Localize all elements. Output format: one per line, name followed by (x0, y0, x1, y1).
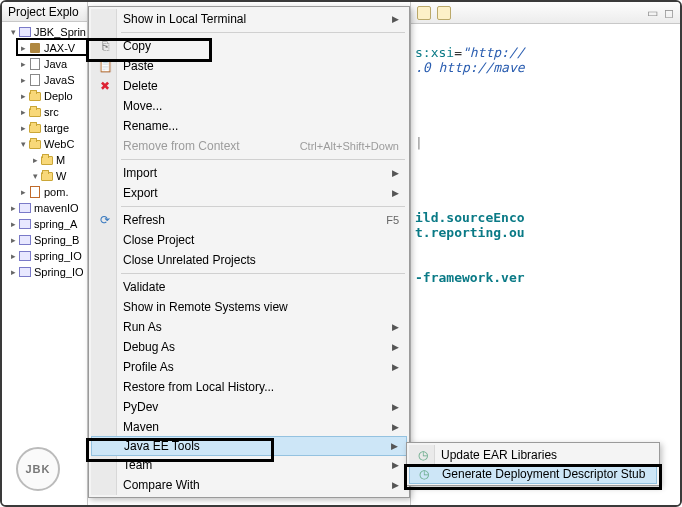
menu-item-label: Profile As (123, 360, 384, 374)
menu-item-run-as[interactable]: Run As▶ (91, 317, 407, 337)
tree-item[interactable]: ▸JavaS (2, 72, 87, 88)
expand-icon: ▸ (18, 59, 28, 69)
tree-label: spring_IO (34, 250, 82, 262)
menu-item-refresh[interactable]: ⟳RefreshF5 (91, 210, 407, 230)
menu-separator (121, 159, 405, 160)
expand-icon: ▸ (8, 251, 18, 261)
expand-icon: ▸ (8, 235, 18, 245)
submenu-item-update-ear-libraries[interactable]: ◷Update EAR Libraries (409, 445, 657, 465)
tree-label: Spring_IO (34, 266, 84, 278)
toolbar-button-icon[interactable] (417, 6, 431, 20)
proj-icon (18, 265, 32, 279)
tree-item[interactable]: ▸mavenIO (2, 200, 87, 216)
menu-item-team[interactable]: Team▶ (91, 455, 407, 475)
expand-icon: ▸ (30, 155, 40, 165)
expand-icon: ▸ (8, 267, 18, 277)
proj-icon (18, 233, 32, 247)
folder-icon (40, 153, 54, 167)
menu-item-rename[interactable]: Rename... (91, 116, 407, 136)
submenu-arrow-icon: ▶ (392, 168, 399, 178)
menu-item-paste[interactable]: 📋Paste (91, 56, 407, 76)
menu-item-delete[interactable]: ✖Delete (91, 76, 407, 96)
minimize-icon[interactable]: ▭ (647, 6, 658, 20)
tree-label: JAX-V (44, 42, 75, 54)
proj-icon (18, 217, 32, 231)
tree-item[interactable]: ▸JAX-V (2, 40, 87, 56)
submenu-item-label: Generate Deployment Descriptor Stub (442, 467, 648, 481)
menu-item-label: Rename... (123, 119, 399, 133)
action-icon: ◷ (416, 466, 432, 482)
tree-label: M (56, 154, 65, 166)
submenu-arrow-icon: ▶ (392, 460, 399, 470)
tree-item[interactable]: ▸src (2, 104, 87, 120)
menu-item-label: Remove from Context (123, 139, 300, 153)
menu-item-java-ee-tools[interactable]: Java EE Tools▶ (91, 436, 407, 456)
menu-item-copy[interactable]: ⎘Copy (91, 36, 407, 56)
submenu-arrow-icon: ▶ (392, 402, 399, 412)
menu-item-debug-as[interactable]: Debug As▶ (91, 337, 407, 357)
menu-item-show-in-remote-systems-view[interactable]: Show in Remote Systems view (91, 297, 407, 317)
menu-item-compare-with[interactable]: Compare With▶ (91, 475, 407, 495)
menu-item-label: Close Project (123, 233, 399, 247)
tree-item[interactable]: ▸Spring_IO (2, 264, 87, 280)
submenu-arrow-icon: ▶ (391, 441, 398, 451)
context-menu: Show in Local Terminal▶⎘Copy📋Paste✖Delet… (88, 6, 410, 498)
editor-pane: ▭ ◻ s:xsi="http:// .0 http://mave | ild.… (410, 2, 680, 505)
tree-item[interactable]: ▸spring_IO (2, 248, 87, 264)
tree-item[interactable]: ▸spring_A (2, 216, 87, 232)
menu-item-pydev[interactable]: PyDev▶ (91, 397, 407, 417)
tree-item[interactable]: ▾WebC (2, 136, 87, 152)
expand-icon: ▸ (8, 203, 18, 213)
tree-label: spring_A (34, 218, 77, 230)
menu-separator (121, 32, 405, 33)
submenu-item-label: Update EAR Libraries (441, 448, 649, 462)
menu-item-show-in-local-terminal[interactable]: Show in Local Terminal▶ (91, 9, 407, 29)
menu-item-import[interactable]: Import▶ (91, 163, 407, 183)
del-icon: ✖ (97, 78, 113, 94)
folder-icon (28, 89, 42, 103)
tree-label: pom. (44, 186, 68, 198)
folder-icon (28, 137, 42, 151)
submenu-arrow-icon: ▶ (392, 480, 399, 490)
jfile-icon (28, 57, 42, 71)
copy-icon: ⎘ (97, 38, 113, 54)
menu-item-validate[interactable]: Validate (91, 277, 407, 297)
menu-item-close-unrelated-projects[interactable]: Close Unrelated Projects (91, 250, 407, 270)
menu-item-profile-as[interactable]: Profile As▶ (91, 357, 407, 377)
tree-item[interactable]: ▸M (2, 152, 87, 168)
refresh-icon: ⟳ (97, 212, 113, 228)
expand-icon: ▸ (18, 75, 28, 85)
tree-item[interactable]: ▸Deplo (2, 88, 87, 104)
menu-item-export[interactable]: Export▶ (91, 183, 407, 203)
menu-item-close-project[interactable]: Close Project (91, 230, 407, 250)
tree-item[interactable]: ▸Java (2, 56, 87, 72)
tree-label: Deplo (44, 90, 73, 102)
menu-item-accelerator: F5 (386, 214, 399, 226)
submenu-item-generate-deployment-descriptor-stub[interactable]: ◷Generate Deployment Descriptor Stub (409, 464, 657, 484)
project-explorer-title: Project Explo (2, 2, 87, 22)
tree-label: mavenIO (34, 202, 79, 214)
toolbar-button-icon[interactable] (437, 6, 451, 20)
menu-item-restore-from-local-history[interactable]: Restore from Local History... (91, 377, 407, 397)
menu-item-label: Team (123, 458, 384, 472)
maximize-icon[interactable]: ◻ (664, 6, 674, 20)
menu-item-label: Move... (123, 99, 399, 113)
menu-item-maven[interactable]: Maven▶ (91, 417, 407, 437)
tree-item[interactable]: ▸targe (2, 120, 87, 136)
menu-item-label: Compare With (123, 478, 384, 492)
tree-item[interactable]: ▸pom. (2, 184, 87, 200)
menu-item-label: Debug As (123, 340, 384, 354)
menu-item-label: Paste (123, 59, 399, 73)
menu-item-label: Run As (123, 320, 384, 334)
menu-item-move[interactable]: Move... (91, 96, 407, 116)
submenu-arrow-icon: ▶ (392, 342, 399, 352)
expand-icon: ▾ (18, 139, 28, 149)
submenu-arrow-icon: ▶ (392, 362, 399, 372)
tree-item[interactable]: ▾W (2, 168, 87, 184)
menu-separator (121, 273, 405, 274)
tree-item[interactable]: ▸Spring_B (2, 232, 87, 248)
submenu-arrow-icon: ▶ (392, 422, 399, 432)
menu-item-label: Java EE Tools (124, 439, 383, 453)
tree-label: W (56, 170, 66, 182)
tree-item-selected[interactable]: ▾ JBK_Sprin (2, 24, 87, 40)
